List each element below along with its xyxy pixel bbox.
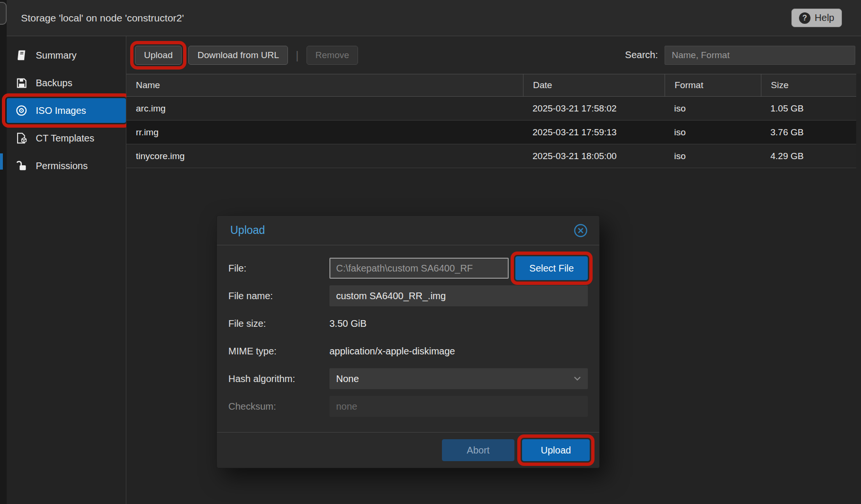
column-header-size[interactable]: Size [761,74,856,96]
column-header-date[interactable]: Date [523,74,665,96]
file-name-label: File name: [228,291,329,302]
upload-dialog-body: File: Select File File name: File size: … [217,245,599,432]
download-from-url-button[interactable]: Download from URL [188,46,288,65]
remove-button[interactable]: Remove [307,46,359,65]
hash-algorithm-label: Hash algorithm: [228,373,329,384]
upload-dialog-footer: Abort Upload [217,432,599,468]
cell-name: arc.img [126,97,523,120]
hash-algorithm-value: None [336,373,359,384]
cell-format: iso [665,97,761,120]
search-label: Search: [625,50,658,60]
search-input[interactable] [665,46,855,65]
sidebar-item-label: ISO Images [36,105,86,116]
panel-titlebar: Storage 'local' on node 'constructor2' ?… [7,0,861,36]
cell-size: 3.76 GB [761,121,856,144]
table-header-row: Name Date Format Size [126,74,856,97]
mime-type-value: application/x-apple-diskimage [329,346,455,357]
cell-size: 1.05 GB [761,97,856,120]
cell-name: rr.img [126,121,523,144]
help-button-label: Help [815,12,834,23]
sidebar-item-permissions[interactable]: Permissions [7,153,126,178]
cell-format: iso [665,144,761,168]
cell-size: 4.29 GB [761,144,856,168]
unlock-icon [14,160,29,172]
toolbar-separator: | [296,49,298,62]
proxmox-storage-window: Storage 'local' on node 'constructor2' ?… [0,0,861,504]
dialog-title: Upload [230,224,573,237]
cell-name: tinycore.img [126,144,523,168]
file-cube-icon [14,132,29,144]
file-size-label: File size: [228,318,329,329]
checksum-input[interactable] [329,396,588,417]
page-title: Storage 'local' on node 'constructor2' [21,12,791,24]
file-name-input[interactable] [329,285,588,306]
background-tree-selection-edge [0,153,3,170]
file-path-input[interactable] [329,258,509,279]
cell-date: 2025-03-21 17:59:13 [523,121,665,144]
cell-date: 2025-03-21 17:58:02 [523,97,665,120]
mime-type-label: MIME type: [228,346,329,357]
sidebar-item-label: CT Templates [36,133,94,144]
question-mark-icon: ? [799,12,810,24]
select-file-button[interactable]: Select File [515,256,588,280]
background-edge-strip [0,0,7,504]
upload-button[interactable]: Upload [135,46,182,65]
upload-dialog-header: Upload [217,216,599,245]
table-row[interactable]: arc.img 2025-03-21 17:58:02 iso 1.05 GB [126,97,856,121]
abort-button[interactable]: Abort [442,439,514,461]
cell-date: 2025-03-21 18:05:00 [523,144,665,168]
floppy-icon [14,77,29,89]
table-row[interactable]: rr.img 2025-03-21 17:59:13 iso 3.76 GB [126,121,856,144]
storage-sidebar: Summary Backups [7,36,126,504]
sidebar-item-summary[interactable]: Summary [7,43,126,68]
cd-icon [14,104,29,117]
close-icon[interactable] [573,222,589,239]
sidebar-item-ct-templates[interactable]: CT Templates [7,126,126,151]
background-partial-panel [0,2,7,25]
sidebar-item-backups[interactable]: Backups [7,71,126,95]
sidebar-item-label: Summary [36,50,77,61]
column-header-format[interactable]: Format [665,74,761,96]
sidebar-item-label: Backups [36,78,72,89]
hash-algorithm-select[interactable]: None [329,368,588,389]
book-icon [14,49,29,61]
upload-dialog: Upload File: Select File File name: [216,215,600,468]
file-size-value: 3.50 GiB [329,318,367,329]
checksum-label: Checksum: [228,401,329,412]
iso-images-table: Name Date Format Size arc.img 2025-03-21… [126,74,856,168]
sidebar-item-label: Permissions [36,161,88,171]
sidebar-item-iso-images[interactable]: ISO Images [7,98,126,123]
cell-format: iso [665,121,761,144]
toolbar: Upload Download from URL | Remove Search… [126,36,861,74]
column-header-name[interactable]: Name [126,74,523,96]
dialog-upload-button[interactable]: Upload [522,439,590,461]
chevron-down-icon [574,376,581,382]
file-label: File: [228,263,329,274]
table-row[interactable]: tinycore.img 2025-03-21 18:05:00 iso 4.2… [126,144,856,168]
help-button[interactable]: ? Help [791,9,842,27]
